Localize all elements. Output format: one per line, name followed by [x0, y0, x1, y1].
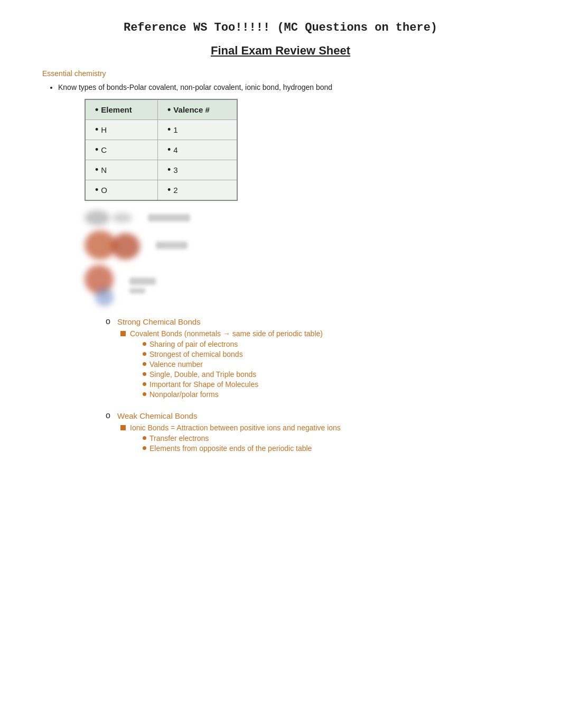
- circle-marker: [143, 362, 146, 366]
- sub-item: Ionic Bonds = Attraction between positiv…: [120, 423, 519, 454]
- bond-types-bullet: Know types of bonds-Polar covalent, non-…: [58, 83, 519, 91]
- circle-marker: [143, 382, 146, 386]
- outline-section: oStrong Chemical BondsCovalent Bonds (no…: [106, 317, 519, 457]
- circle-marker: [143, 392, 146, 396]
- sub-item-label: Covalent Bonds (nonmetals → same side of…: [130, 329, 323, 338]
- bullet-item: Important for Shape of Molecules: [143, 380, 519, 389]
- bullet-text: Important for Shape of Molecules: [149, 380, 258, 389]
- table-row: O 2: [85, 180, 237, 201]
- table-row: H 1: [85, 120, 237, 140]
- top-title: Reference WS Too!!!!! (MC Questions on t…: [42, 21, 519, 34]
- element-cell: H: [85, 120, 158, 140]
- bullet-text: Nonpolar/polar forms: [149, 390, 219, 399]
- outline-item-label: Strong Chemical Bonds: [117, 317, 201, 326]
- valence-cell: 2: [158, 180, 237, 201]
- bullet-text: Sharing of pair of electrons: [149, 340, 238, 348]
- circle-marker: [143, 352, 146, 356]
- bullet-item: Single, Double, and Triple bonds: [143, 370, 519, 379]
- sub-item-label: Ionic Bonds = Attraction between positiv…: [130, 423, 341, 432]
- essential-label: Essential chemistry: [42, 69, 519, 78]
- circle-marker: [143, 446, 146, 450]
- valence-table: Element Valence # H 1 C 4 N 3 O 2: [85, 99, 238, 201]
- circle-marker: [143, 372, 146, 376]
- sub-item: Covalent Bonds (nonmetals → same side of…: [120, 329, 519, 400]
- element-cell: O: [85, 180, 158, 201]
- blurred-image-3: [85, 265, 519, 306]
- valence-cell: 1: [158, 120, 237, 140]
- bullet-item: Nonpolar/polar forms: [143, 390, 519, 399]
- bullet-text: Transfer electrons: [149, 434, 209, 443]
- bullet-item: Valence number: [143, 360, 519, 368]
- bullet-item: Sharing of pair of electrons: [143, 340, 519, 348]
- col-valence-header: Valence #: [158, 99, 237, 120]
- square-marker: [120, 425, 126, 430]
- bullet-text: Valence number: [149, 360, 203, 368]
- valence-cell: 4: [158, 140, 237, 160]
- element-cell: C: [85, 140, 158, 160]
- valence-cell: 3: [158, 160, 237, 180]
- blurred-image-1: [85, 210, 519, 225]
- outline-item-label: Weak Chemical Bonds: [117, 411, 197, 420]
- bullet-text: Elements from opposite ends of the perio…: [149, 444, 312, 453]
- bullet-text: Strongest of chemical bonds: [149, 350, 243, 358]
- bullet-item: Strongest of chemical bonds: [143, 350, 519, 358]
- square-marker: [120, 331, 126, 336]
- outline-item: oWeak Chemical BondsIonic Bonds = Attrac…: [106, 411, 519, 457]
- circle-marker: [143, 436, 146, 440]
- blurred-image-2: [85, 231, 519, 260]
- main-title: Final Exam Review Sheet: [42, 44, 519, 58]
- circle-marker: [143, 342, 146, 346]
- col-element-header: Element: [85, 99, 158, 120]
- outline-item: oStrong Chemical BondsCovalent Bonds (no…: [106, 317, 519, 403]
- table-row: C 4: [85, 140, 237, 160]
- bullet-item: Transfer electrons: [143, 434, 519, 443]
- table-row: N 3: [85, 160, 237, 180]
- bullet-text: Single, Double, and Triple bonds: [149, 370, 256, 379]
- element-cell: N: [85, 160, 158, 180]
- bullet-item: Elements from opposite ends of the perio…: [143, 444, 519, 453]
